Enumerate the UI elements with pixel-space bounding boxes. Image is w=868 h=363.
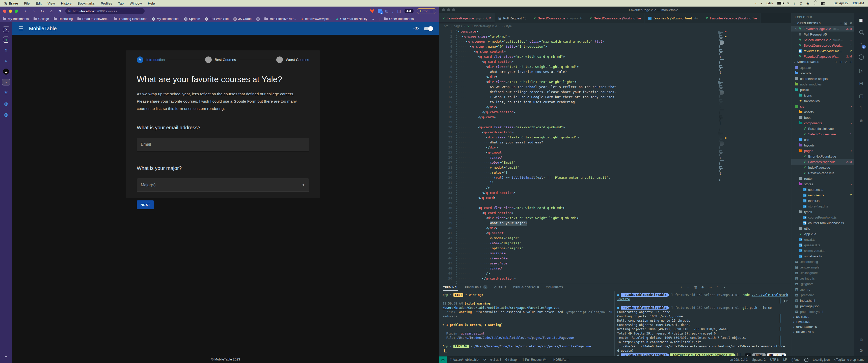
breadcrumb-item[interactable]: {} style: [503, 25, 512, 28]
open-editor-item[interactable]: ▤Pull Request #5: [791, 32, 855, 37]
menu-date[interactable]: Sat Apr 22: [834, 1, 848, 5]
close-window-button[interactable]: [3, 9, 6, 13]
activity-remote-explorer-icon[interactable]: ▢: [858, 93, 865, 99]
minimize-window-button[interactable]: [9, 9, 12, 13]
terminal-sessions-list[interactable]: ❯◫ ❯▢: [781, 293, 790, 302]
panel-action-icon[interactable]: ⌃: [716, 285, 719, 289]
tree-item-node-modules[interactable]: node_modules: [791, 81, 855, 87]
code-line[interactable]: 43················label="Major(s)": [439, 241, 791, 246]
stepper-step-best-courses[interactable]: Best Courses: [205, 57, 236, 63]
tree-item-boot[interactable]: boot: [791, 115, 855, 120]
status-item[interactable]: {} Vue: [791, 358, 799, 362]
open-editors-header[interactable]: ⌄OPEN EDITORS+▣⊠: [791, 21, 855, 26]
sidebar-item-yale-y-2[interactable]: Y: [3, 90, 9, 96]
menu-item-bookmarks[interactable]: Bookmarks: [78, 1, 95, 5]
open-editor-item[interactable]: VSelectCourses.vuesrc/co...1: [791, 37, 855, 43]
sidebar-item-cloud[interactable]: ☁: [3, 69, 9, 75]
major-select[interactable]: Major(s) ▼: [137, 178, 309, 192]
tree-item-pages[interactable]: pages●: [791, 148, 855, 154]
bluetooth-icon[interactable]: ᛒ: [794, 1, 796, 5]
status-item[interactable]: ᛉ Pull Request #4: [522, 358, 546, 362]
tree-item-app-vue[interactable]: VApp.vue: [791, 231, 855, 237]
open-editor-item[interactable]: ×VFavoritesPage.vuesrc...2, M: [791, 26, 855, 32]
bookmarks-overflow-icon[interactable]: »: [372, 17, 374, 21]
section-action-icon[interactable]: ⟳: [844, 60, 847, 64]
back-icon[interactable]: ‹: [23, 9, 29, 13]
code-line[interactable]: 27················label="Email": [439, 160, 791, 165]
activity-pull-requests-icon[interactable]: ᛉ: [858, 106, 865, 111]
terminal-left-pane[interactable]: App • LINT • Warning:12:59:58 AM [vite] …: [442, 293, 610, 353]
other-bookmarks[interactable]: Other Bookmarks: [384, 17, 413, 21]
code-line[interactable]: 1<template>: [439, 29, 791, 34]
menu-item-brave[interactable]: Brave: [8, 1, 18, 5]
open-editor-item[interactable]: VSelectCourses.vue (Work...1: [791, 43, 855, 48]
breadcrumb-item[interactable]: pages: [454, 25, 462, 28]
code-line[interactable]: 37············<q-card-section>: [439, 210, 791, 216]
editor-tab-favoritespage-vue[interactable]: VFavoritesPage.vuepages2, M: [439, 13, 495, 23]
bookmark-icon[interactable]: ⚑: [57, 9, 63, 13]
status-item[interactable]: UTF-8: [770, 358, 779, 362]
section-timeline[interactable]: ›TIMELINE: [791, 319, 855, 324]
code-line[interactable]: 13················defined our college ca…: [439, 90, 791, 95]
brave-shield-icon[interactable]: 6: [378, 9, 382, 13]
tree-item-courses-ts[interactable]: TScourses.ts: [791, 187, 855, 192]
panel-tab-comments[interactable]: COMMENTS: [546, 284, 563, 291]
tree-item-package-json[interactable]: ▤package.json: [791, 303, 855, 309]
site-info-icon[interactable]: ⓘ: [68, 9, 71, 13]
status-item[interactable]: -- NORMAL --: [551, 358, 569, 362]
sidebar-item-wallet[interactable]: ➔: [3, 37, 9, 43]
tree-item-supabase-ts[interactable]: TSsupabase.ts: [791, 253, 855, 259]
tree-item-store-flag-d-ts[interactable]: TSstore-flag.d.ts: [791, 203, 855, 209]
code-line[interactable]: 31················]": [439, 180, 791, 185]
code-line[interactable]: 30··················(val) => isValidEmai…: [439, 175, 791, 180]
editor-tab-pull-request-5[interactable]: ▤Pull Request #5: [495, 13, 530, 23]
sidebar-item-reading-list[interactable]: ❯: [3, 26, 9, 32]
bookmark-item[interactable]: College: [34, 17, 49, 21]
menu-item-view[interactable]: View: [48, 1, 55, 5]
account-icon[interactable]: ☺: [858, 337, 865, 342]
bookmark-item[interactable]: ▲https://www.viple...: [301, 17, 331, 21]
code-line[interactable]: 36··········<q-card flat class="max-widt…: [439, 205, 791, 210]
panel-action-icon[interactable]: ×: [723, 285, 725, 289]
section-action-icon[interactable]: ⊠: [849, 22, 852, 25]
status-item[interactable]: <TagName prop-name: [834, 358, 865, 362]
bookmark-item[interactable]: Road to Software...: [78, 17, 109, 21]
sidebar-add-icon[interactable]: +: [3, 354, 9, 360]
tree-item-stores[interactable]: stores●: [791, 181, 855, 187]
status-item[interactable]: Ln 298, Col 1: [730, 358, 748, 362]
code-line[interactable]: 22··············<div class="text-h6 text…: [439, 135, 791, 140]
code-line[interactable]: 38··············<div class="text-h6 text…: [439, 216, 791, 221]
menu-item-history[interactable]: History: [61, 1, 72, 5]
code-line[interactable]: 47················use-chips: [439, 261, 791, 266]
menu-item-edit[interactable]: Edit: [36, 1, 41, 5]
tree-item--gitignore[interactable]: ▤.gitignore: [791, 281, 855, 287]
apple-logo[interactable]: ⌘: [4, 1, 7, 5]
code-line[interactable]: 34··········</q-card>: [439, 195, 791, 200]
editor-tab-selectcourses-vue[interactable]: VSelectCourses.vuecomponents: [530, 13, 586, 23]
editor-tab-favorites-ts-working-tree-[interactable]: TSfavorites.ts (Working Tree)stor: [645, 13, 703, 23]
tree-item-quasar-d-ts[interactable]: TSquasar.d.ts: [791, 242, 855, 248]
launcher-icon[interactable]: ⌁: [761, 1, 763, 5]
status-item[interactable]: ⟳: [484, 358, 486, 362]
tree-item-css[interactable]: css: [791, 137, 855, 142]
sync-icon[interactable]: ⟳: [787, 1, 789, 5]
tree-item-index-html[interactable]: ▤index.html: [791, 298, 855, 303]
next-button[interactable]: NEXT: [137, 200, 154, 209]
brave-lion-icon[interactable]: [370, 9, 374, 13]
code-line[interactable]: 40··············</div>: [439, 226, 791, 231]
code-line[interactable]: 33············</q-card-section>: [439, 190, 791, 195]
code-line[interactable]: 46················clearable: [439, 256, 791, 261]
tree-item-layouts[interactable]: layouts: [791, 142, 855, 148]
status-item[interactable]: ⊗ 2 ⚠ 3: [490, 358, 501, 362]
zoom-window-button[interactable]: [14, 9, 18, 13]
tree-item-selectcourses-vue[interactable]: VSelectCourses.vue1: [791, 131, 855, 137]
sidebar-item-waves[interactable]: ≈: [3, 58, 9, 64]
tree-item-errornotfound-vue[interactable]: VErrorNotFound.vue: [791, 154, 855, 159]
code-line[interactable]: 12················As we wrap up the scho…: [439, 85, 791, 90]
status-item[interactable]: tsconfig.json: [813, 358, 830, 362]
menu-item-profiles[interactable]: Profiles: [101, 1, 112, 5]
code-line[interactable]: 15················to list, so this form …: [439, 100, 791, 105]
code-line[interactable]: 11··············<div class="text-subtitl…: [439, 79, 791, 85]
section-npm-scripts[interactable]: ›NPM SCRIPTS: [791, 324, 855, 329]
tree-item-router[interactable]: router: [791, 176, 855, 181]
